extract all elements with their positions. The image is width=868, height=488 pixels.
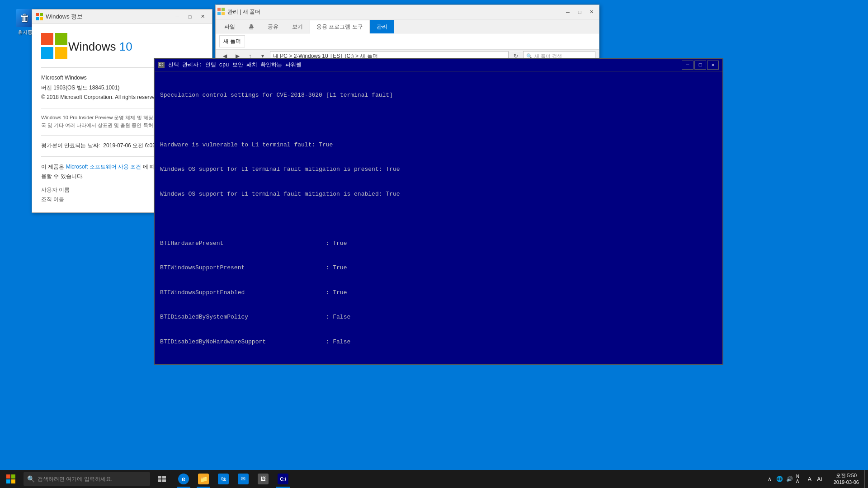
tray-Ai-icon: Ai xyxy=(816,475,823,483)
cmd-line-11: BTIKernelRetpolineEnabled : False xyxy=(160,363,717,364)
svg-rect-3 xyxy=(40,17,43,20)
terms-link[interactable]: Microsoft 소프트웨어 사용 조건 xyxy=(66,164,142,170)
cmd-controls: ─ □ ✕ xyxy=(682,61,719,70)
svg-rect-11 xyxy=(222,12,225,15)
minimize-button[interactable]: ─ xyxy=(171,12,183,22)
taskbar-app-explorer[interactable]: 📁 xyxy=(193,470,213,488)
svg-rect-10 xyxy=(217,12,221,15)
cmd-line-6: BTIHardwarePresent : True xyxy=(160,239,717,248)
org-row-label: 조직 이름 xyxy=(41,196,64,203)
tray-volume-icon[interactable]: 🔊 xyxy=(786,475,793,483)
taskbar: 🔍 검색하려면 여기에 입력하세요. e 📁 🛍 xyxy=(0,470,868,488)
fe-tab-file[interactable]: 파일 xyxy=(217,20,242,33)
fe-tab-home[interactable]: 홈 xyxy=(242,20,261,33)
cmd-line-3: Windows OS support for L1 terminal fault… xyxy=(160,165,717,174)
fe-ribbon: 새 폴더 xyxy=(216,33,599,50)
svg-rect-6 xyxy=(41,47,53,59)
tray-up-arrow[interactable]: ∧ xyxy=(766,475,774,483)
taskbar-search-icon: 🔍 xyxy=(27,475,35,483)
fe-titlebar: 관리 | 새 폴더 ─ □ ✕ xyxy=(216,5,599,19)
win-info-title: Windows 정보 xyxy=(46,13,171,21)
fe-tab-tools[interactable]: 응용 프로그램 도구 xyxy=(310,20,370,33)
taskbar-start-button[interactable] xyxy=(0,470,22,488)
svg-rect-2 xyxy=(36,17,39,20)
desktop-icon-image: 🗑 xyxy=(16,9,34,27)
taskbar-clock[interactable]: 오전 5:50 2019-03-06 xyxy=(828,470,864,488)
taskbar-apps: e 📁 🛍 ✉ 🖼 C:\ xyxy=(174,470,293,488)
titlebar-controls: ─ □ ✕ xyxy=(171,12,208,22)
tray-A-icon: A xyxy=(806,475,813,483)
svg-rect-1 xyxy=(40,13,43,16)
fe-titlebar-title: 관리 | 새 폴더 xyxy=(227,8,562,16)
close-button[interactable]: ✕ xyxy=(197,12,208,22)
cmd-window: C: 선택 관리자: 인텔 cpu 보안 패치 확인하는 파워쉘 ─ □ ✕ S… xyxy=(154,58,723,365)
taskbar-systray: ∧ 🌐 🔊 N A A Ai xyxy=(761,470,828,488)
svg-rect-12 xyxy=(6,474,10,479)
svg-rect-16 xyxy=(158,476,161,479)
taskbar-search-text: 검색하려면 여기에 입력하세요. xyxy=(38,475,113,483)
fe-close-button[interactable]: ✕ xyxy=(585,7,597,17)
taskbar-app-photos[interactable]: 🖼 xyxy=(253,470,273,488)
svg-rect-15 xyxy=(11,479,15,483)
photos-icon: 🖼 xyxy=(258,474,269,484)
fe-ribbon-tabs: 파일 홈 공유 보기 응용 프로그램 도구 관리 xyxy=(216,19,599,33)
fe-tab-share[interactable]: 공유 xyxy=(261,20,285,33)
windows-logo-svg xyxy=(41,33,68,60)
cmd-line-blank-1 xyxy=(160,116,717,124)
win-info-dialog-icon xyxy=(36,13,43,20)
taskbar-show-desktop[interactable] xyxy=(864,470,868,488)
svg-rect-4 xyxy=(41,33,53,45)
fe-minimize-button[interactable]: ─ xyxy=(562,7,574,17)
desktop-icon-label: 휴지통 xyxy=(18,29,33,36)
store-icon: 🛍 xyxy=(218,474,229,484)
svg-rect-14 xyxy=(6,479,10,483)
fe-maximize-button[interactable]: □ xyxy=(574,7,585,17)
taskbar-right: ∧ 🌐 🔊 N A A Ai 오전 5:50 2019-03-06 xyxy=(761,470,868,488)
cmd-minimize-btn[interactable]: ─ xyxy=(682,61,693,70)
cmd-close-btn[interactable]: ✕ xyxy=(707,61,719,70)
edge-icon: e xyxy=(178,474,189,484)
taskbar-app-cmd[interactable]: C:\ xyxy=(273,470,293,488)
svg-rect-17 xyxy=(162,476,166,479)
svg-rect-5 xyxy=(55,33,67,45)
user-row-label: 사용자 이름 xyxy=(41,186,70,194)
tray-network-icon[interactable]: 🌐 xyxy=(776,475,783,483)
cmd-line-10: BTIDisabledByNoHardwareSupport : False xyxy=(160,338,717,346)
taskbar-app-store[interactable]: 🛍 xyxy=(213,470,233,488)
tray-battery-icon[interactable]: N A xyxy=(796,475,803,483)
svg-rect-7 xyxy=(55,47,67,59)
win-logo-text: Windows 10 xyxy=(68,40,132,54)
explorer-icon: 📁 xyxy=(198,474,209,484)
cmd-maximize-btn[interactable]: □ xyxy=(694,61,706,70)
taskbar-app-edge[interactable]: e xyxy=(174,470,193,488)
svg-rect-19 xyxy=(162,479,166,482)
fe-titlebar-icon xyxy=(217,8,225,17)
maximize-button[interactable]: □ xyxy=(184,12,196,22)
fe-tab-view[interactable]: 보기 xyxy=(285,20,310,33)
desktop: 🗑 휴지통 Windows 정보 ─ □ ✕ xyxy=(0,0,868,488)
cmd-icon: C: xyxy=(158,62,165,68)
fe-tab-manage[interactable]: 관리 xyxy=(370,20,394,33)
fe-ribbon-new-folder-btn[interactable]: 새 폴더 xyxy=(219,35,245,47)
taskbar-task-view[interactable] xyxy=(152,470,172,488)
cmd-line-0: Speculation control settings for CVE-201… xyxy=(160,91,717,99)
clock-date: 2019-03-06 xyxy=(834,479,859,486)
win-info-titlebar: Windows 정보 ─ □ ✕ xyxy=(32,9,212,24)
eval-date-label: 평가본이 만료되는 날짜: xyxy=(41,142,100,149)
fe-titlebar-controls: ─ □ ✕ xyxy=(562,7,597,17)
svg-rect-13 xyxy=(11,474,15,479)
cmd-line-2: Hardware is vulnerable to L1 terminal fa… xyxy=(160,141,717,149)
clock-time: 오전 5:50 xyxy=(836,472,857,479)
cmd-icon-taskbar: C:\ xyxy=(278,474,288,484)
taskbar-search[interactable]: 🔍 검색하려면 여기에 입력하세요. xyxy=(24,472,150,486)
svg-rect-0 xyxy=(36,13,39,16)
cmd-title: 선택 관리자: 인텔 cpu 보안 패치 확인하는 파워쉘 xyxy=(168,61,682,69)
taskbar-app-mail[interactable]: ✉ xyxy=(233,470,253,488)
cmd-content[interactable]: Speculation control settings for CVE-201… xyxy=(155,71,722,364)
svg-rect-9 xyxy=(222,8,225,11)
svg-rect-18 xyxy=(158,479,161,482)
cmd-line-8: BTIWindowsSupportEnabled : True xyxy=(160,289,717,297)
terms-prefix: 이 제품은 xyxy=(41,164,66,170)
win-info-logo: Windows 10 xyxy=(41,33,203,60)
cmd-titlebar: C: 선택 관리자: 인텔 cpu 보안 패치 확인하는 파워쉘 ─ □ ✕ xyxy=(155,59,722,71)
